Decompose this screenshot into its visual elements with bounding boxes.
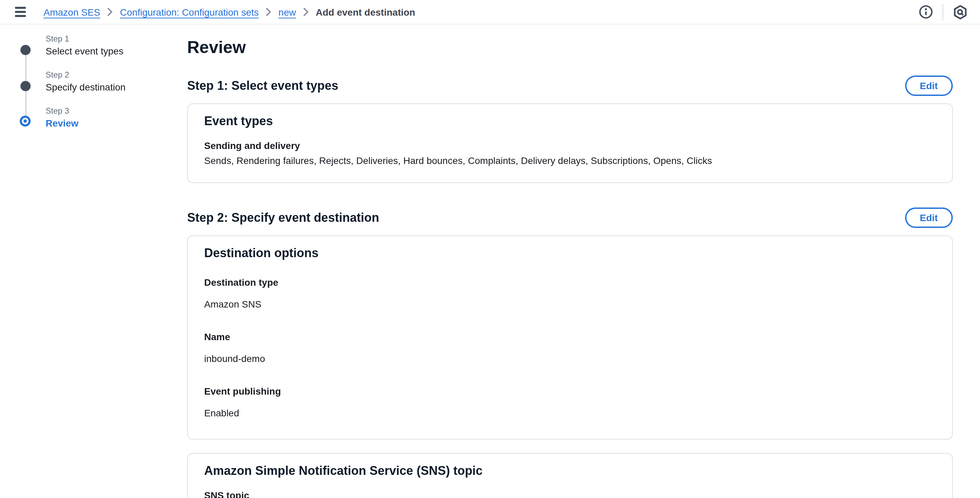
breadcrumb-link-configuration-sets[interactable]: Configuration: Configuration sets bbox=[120, 6, 259, 18]
settings-icon bbox=[953, 5, 968, 19]
section-step2-heading: Step 2: Specify event destination bbox=[187, 210, 379, 225]
event-types-card-title: Event types bbox=[204, 114, 936, 129]
main-content: Review Step 1: Select event types Edit E… bbox=[187, 24, 966, 498]
sending-and-delivery-field: Sending and delivery Sends, Rendering fa… bbox=[204, 140, 936, 166]
field-label: Event publishing bbox=[204, 386, 936, 397]
breadcrumb-link-amazon-ses[interactable]: Amazon SES bbox=[43, 6, 100, 18]
destination-options-card-title: Destination options bbox=[204, 246, 936, 261]
steps-list: Step 1 Select event types Step 2 Specify… bbox=[21, 34, 187, 132]
breadcrumb-link-new[interactable]: new bbox=[278, 6, 296, 18]
ses-console-page: Amazon SES Configuration: Configuration … bbox=[0, 0, 980, 498]
breadcrumb-chevron-icon bbox=[303, 8, 309, 16]
field-value: Amazon SNS bbox=[204, 299, 936, 310]
section-step1: Step 1: Select event types Edit Event ty… bbox=[187, 75, 953, 183]
field-label: SNS topic bbox=[204, 490, 936, 498]
field-label: Destination type bbox=[204, 277, 936, 288]
breadcrumb-current: Add event destination bbox=[316, 6, 415, 18]
step-title[interactable]: Review bbox=[46, 118, 187, 129]
destination-options-card: Destination options Destination type Ama… bbox=[187, 235, 953, 439]
info-icon bbox=[919, 5, 933, 19]
event-publishing-field: Event publishing Enabled bbox=[204, 386, 936, 418]
step-number-label: Step 3 bbox=[46, 106, 187, 116]
top-navigation-bar: Amazon SES Configuration: Configuration … bbox=[0, 0, 980, 24]
settings-button[interactable] bbox=[951, 3, 969, 21]
section-step1-heading: Step 1: Select event types bbox=[187, 79, 338, 93]
section-step2: Step 2: Specify event destination Edit D… bbox=[187, 207, 953, 498]
edit-step2-button[interactable]: Edit bbox=[905, 207, 953, 228]
edit-step1-button[interactable]: Edit bbox=[905, 75, 953, 96]
page-body: Step 1 Select event types Step 2 Specify… bbox=[0, 24, 980, 498]
field-value: Enabled bbox=[204, 407, 936, 418]
step-number-label: Step 1 bbox=[46, 34, 187, 43]
page-title: Review bbox=[187, 37, 953, 57]
hamburger-menu-button[interactable] bbox=[12, 4, 29, 20]
step-bullet-icon bbox=[21, 81, 30, 91]
event-types-card: Event types Sending and delivery Sends, … bbox=[187, 103, 953, 183]
destination-type-field: Destination type Amazon SNS bbox=[204, 277, 936, 310]
name-field: Name inbound-demo bbox=[204, 331, 936, 364]
field-value: inbound-demo bbox=[204, 353, 936, 364]
breadcrumb-chevron-icon bbox=[266, 8, 272, 16]
field-label: Sending and delivery bbox=[204, 140, 936, 151]
topbar-divider bbox=[943, 4, 943, 20]
info-button[interactable] bbox=[917, 3, 934, 21]
wizard-step-2[interactable]: Step 2 Specify destination bbox=[21, 70, 187, 96]
step-number-label: Step 2 bbox=[46, 70, 187, 80]
section-step2-header: Step 2: Specify event destination Edit bbox=[187, 207, 953, 228]
sns-topic-field: SNS topic inbound-demo bbox=[204, 490, 936, 498]
wizard-step-3-active[interactable]: Step 3 Review bbox=[21, 106, 187, 132]
section-step1-header: Step 1: Select event types Edit bbox=[187, 75, 953, 96]
topbar-actions bbox=[917, 3, 969, 21]
sns-topic-card-title: Amazon Simple Notification Service (SNS)… bbox=[204, 464, 936, 478]
wizard-step-1[interactable]: Step 1 Select event types bbox=[21, 34, 187, 60]
field-value: Sends, Rendering failures, Rejects, Deli… bbox=[204, 155, 936, 166]
step-bullet-icon bbox=[21, 45, 30, 55]
sns-topic-card: Amazon Simple Notification Service (SNS)… bbox=[187, 453, 953, 498]
step-title[interactable]: Specify destination bbox=[46, 82, 187, 92]
field-label: Name bbox=[204, 331, 936, 342]
step-bullet-active-icon bbox=[20, 116, 30, 127]
wizard-steps-nav: Step 1 Select event types Step 2 Specify… bbox=[0, 24, 187, 142]
hamburger-icon bbox=[15, 7, 26, 9]
breadcrumb-chevron-icon bbox=[107, 8, 113, 16]
breadcrumb: Amazon SES Configuration: Configuration … bbox=[43, 6, 917, 18]
step-title[interactable]: Select event types bbox=[46, 46, 187, 56]
